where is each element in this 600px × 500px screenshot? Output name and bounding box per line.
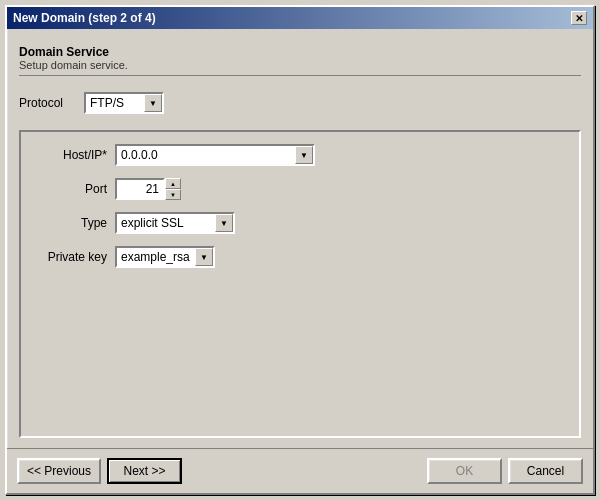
host-row: Host/IP* 0.0.0.0 ▼ bbox=[37, 144, 563, 166]
pk-dropdown-arrow[interactable]: ▼ bbox=[195, 248, 213, 266]
cancel-button[interactable]: Cancel bbox=[508, 458, 583, 484]
type-select[interactable]: explicit SSL ▼ bbox=[115, 212, 235, 234]
inner-panel: Host/IP* 0.0.0.0 ▼ Port ▲ ▼ Type bbox=[19, 130, 581, 438]
type-row: Type explicit SSL ▼ bbox=[37, 212, 563, 234]
main-window: New Domain (step 2 of 4) ✕ Domain Servic… bbox=[5, 5, 595, 495]
port-label: Port bbox=[37, 182, 107, 196]
port-container: ▲ ▼ bbox=[115, 178, 181, 200]
host-dropdown-arrow[interactable]: ▼ bbox=[295, 146, 313, 164]
ok-button[interactable]: OK bbox=[427, 458, 502, 484]
protocol-dropdown-arrow[interactable]: ▼ bbox=[144, 94, 162, 112]
previous-button[interactable]: << Previous bbox=[17, 458, 101, 484]
host-value: 0.0.0.0 bbox=[117, 148, 295, 162]
footer: << Previous Next >> OK Cancel bbox=[7, 448, 593, 493]
port-row: Port ▲ ▼ bbox=[37, 178, 563, 200]
protocol-select[interactable]: FTP/S ▼ bbox=[84, 92, 164, 114]
window-title: New Domain (step 2 of 4) bbox=[13, 11, 156, 25]
titlebar: New Domain (step 2 of 4) ✕ bbox=[7, 7, 593, 29]
pk-select[interactable]: example_rsa ▼ bbox=[115, 246, 215, 268]
port-input[interactable] bbox=[115, 178, 165, 200]
protocol-value: FTP/S bbox=[86, 96, 144, 110]
pk-row: Private key example_rsa ▼ bbox=[37, 246, 563, 268]
type-label: Type bbox=[37, 216, 107, 230]
section-title: Domain Service bbox=[19, 45, 581, 59]
pk-value: example_rsa bbox=[117, 250, 195, 264]
protocol-row: Protocol FTP/S ▼ bbox=[19, 86, 581, 120]
next-button[interactable]: Next >> bbox=[107, 458, 182, 484]
host-select[interactable]: 0.0.0.0 ▼ bbox=[115, 144, 315, 166]
port-spin-up[interactable]: ▲ bbox=[165, 178, 181, 189]
pk-label: Private key bbox=[37, 250, 107, 264]
header-section: Domain Service Setup domain service. bbox=[19, 39, 581, 76]
protocol-label: Protocol bbox=[19, 96, 74, 110]
section-subtitle: Setup domain service. bbox=[19, 59, 581, 71]
host-label: Host/IP* bbox=[37, 148, 107, 162]
port-spin-down[interactable]: ▼ bbox=[165, 189, 181, 200]
type-dropdown-arrow[interactable]: ▼ bbox=[215, 214, 233, 232]
close-button[interactable]: ✕ bbox=[571, 11, 587, 25]
type-value: explicit SSL bbox=[117, 216, 215, 230]
content-area: Domain Service Setup domain service. Pro… bbox=[7, 29, 593, 448]
port-spinner: ▲ ▼ bbox=[165, 178, 181, 200]
